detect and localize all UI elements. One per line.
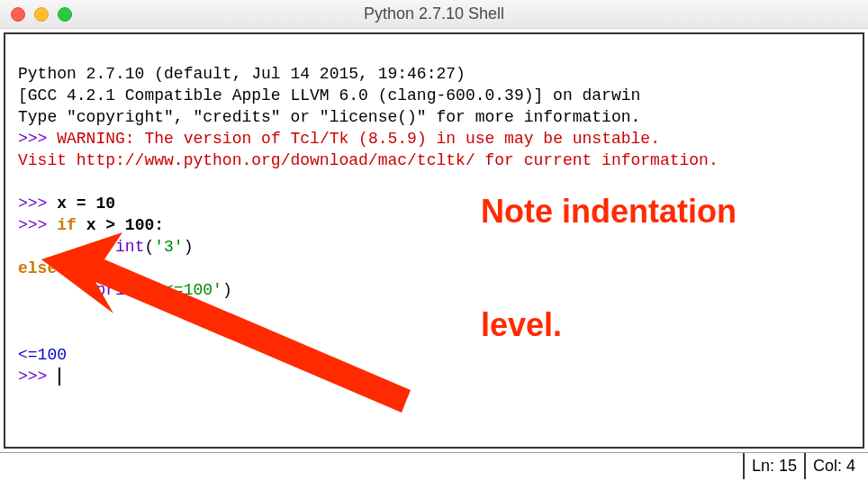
prompt: >>> — [18, 216, 57, 234]
paren: ) — [184, 238, 194, 256]
svg-marker-0 — [41, 232, 411, 413]
shell-content[interactable]: Python 2.7.10 (default, Jul 14 2015, 19:… — [4, 32, 864, 449]
builtin-print: print — [95, 281, 144, 299]
keyword-if: if — [57, 216, 77, 234]
paren: ) — [222, 281, 232, 299]
annotation-text: Note indentation level. — [481, 117, 737, 420]
status-line: Ln: 15 — [743, 453, 804, 479]
minimize-icon[interactable] — [34, 7, 49, 22]
text-cursor — [59, 368, 60, 386]
prompt: >>> — [18, 130, 57, 148]
code-var: x — [57, 195, 77, 213]
string-literal: '<=100' — [154, 281, 222, 299]
annotation-line: Note indentation — [481, 193, 737, 231]
window-titlebar: Python 2.7.10 Shell — [0, 0, 868, 29]
paren: ( — [144, 238, 154, 256]
prompt: >>> — [18, 195, 57, 213]
zoom-icon[interactable] — [58, 7, 72, 22]
code-cond: x > 100: — [77, 216, 164, 234]
status-col: Col: 4 — [804, 453, 863, 479]
keyword-else: else — [18, 259, 57, 277]
indent — [18, 238, 95, 256]
prompt: >>> — [18, 368, 57, 386]
builtin-print: print — [95, 238, 144, 256]
paren: ( — [144, 281, 154, 299]
colon: : — [57, 259, 67, 277]
code-op: = — [77, 195, 96, 213]
status-bar: Ln: 15 Col: 4 — [0, 452, 868, 479]
banner-line: [GCC 4.2.1 Compatible Apple LLVM 6.0 (cl… — [18, 86, 640, 104]
code-num: 10 — [95, 195, 115, 213]
output-text: <=100 — [18, 346, 67, 364]
banner-line: Python 2.7.10 (default, Jul 14 2015, 19:… — [18, 65, 466, 83]
string-literal: '3' — [154, 238, 183, 256]
window-title: Python 2.7.10 Shell — [0, 5, 868, 23]
annotation-line: level. — [481, 306, 737, 344]
warning-colon: : — [125, 130, 145, 148]
close-icon[interactable] — [11, 7, 25, 22]
traffic-lights — [11, 7, 72, 22]
indent — [18, 281, 95, 299]
warning-label: WARNING — [57, 130, 125, 148]
